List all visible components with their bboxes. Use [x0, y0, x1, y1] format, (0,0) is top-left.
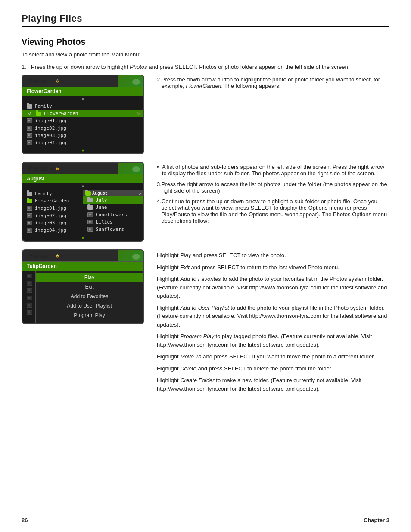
desc-create-folder: Highlight Create Folder to make a new fo…	[157, 376, 389, 393]
screen3-container: Photos ⣿ 🔒 ▮ TulipGarden	[22, 249, 146, 324]
screen2-folder-bar: August	[22, 174, 143, 183]
photo-icon	[26, 220, 33, 226]
screen2-scroll-up: ▲	[22, 183, 143, 188]
bullet-item: A list of photos and sub-folders appear …	[157, 164, 389, 177]
options-menu: Play Exit Add to Favorites Add to User P…	[35, 271, 143, 324]
step2-text: 2. Press the down arrow button to highli…	[157, 75, 389, 89]
step3: 3. Press the right arrow to access the l…	[157, 181, 389, 194]
file-item: Family	[22, 190, 83, 197]
file-name: Family	[35, 191, 52, 196]
desc-delete: Highlight Delete and press SELECT to del…	[157, 364, 389, 373]
step-text-4: Continue to press the up or down arrow t…	[162, 198, 389, 224]
photo-icon	[26, 140, 33, 146]
screen2-container: Photos ⣿ 🔒 ▮ August ▲	[22, 162, 146, 242]
photo-icon	[87, 212, 93, 218]
screen2-left-col: Family FlowerGarden image01.jpg image02.…	[22, 190, 83, 234]
screen1-file-list: Family ◁ FlowerGarden ▷ image01.jpg imag…	[22, 101, 143, 148]
screen1-row: Photos ⣿ 🔒 ▮ FlowerGarden ▲ Family	[22, 75, 389, 154]
screen2-header-left: Photos ⣿ 🔒 ▮	[22, 163, 118, 174]
photo-icon	[26, 205, 33, 211]
photo-icon	[26, 133, 33, 138]
photo-icon	[26, 295, 33, 301]
page-number: 26	[22, 517, 28, 523]
screen1-app-name: Photos	[28, 78, 47, 84]
desc-exit: Highlight Exit and press SELECT to retur…	[157, 263, 389, 272]
file-item: Sunflowers	[83, 226, 143, 233]
file-name: image04.jpg	[35, 227, 66, 233]
step-text-2: Press the down arrow button to highlight…	[162, 76, 389, 89]
file-item: image01.jpg	[22, 205, 83, 212]
screen3-thumbnail	[118, 250, 143, 261]
screen1-header-left: Photos ⣿ 🔒 ▮	[22, 75, 118, 87]
file-name: image01.jpg	[35, 205, 66, 211]
menu-item-exit[interactable]: Exit	[36, 282, 143, 292]
screen2-header: Photos ⣿ 🔒 ▮	[22, 163, 143, 174]
right-arrow: ▷	[137, 111, 140, 116]
file-item: image04.jpg	[22, 227, 83, 234]
file-name: image02.jpg	[35, 213, 66, 218]
steps-list: 1. Press the up or down arrow to highlig…	[22, 64, 389, 70]
menu-item-program-play[interactable]: Program Play	[36, 311, 143, 320]
step2-wrapper: 2. Press the down arrow button to highli…	[157, 76, 389, 89]
file-item: image01.jpg	[22, 117, 143, 124]
screen2-file-list: Family FlowerGarden image01.jpg image02.…	[22, 188, 143, 236]
bullet-list: A list of photos and sub-folders appear …	[157, 164, 389, 177]
screen1-icon-bars: ⣿	[52, 79, 54, 83]
device-screen-2: Photos ⣿ 🔒 ▮ August ▲	[22, 162, 144, 242]
screen1-icon-bat: ▮	[61, 79, 63, 83]
photo-icon	[26, 288, 33, 293]
file-item: image04.jpg	[22, 139, 143, 146]
screen3-folder-bar: TulipGarden	[22, 262, 143, 271]
menu-item-add-favorites[interactable]: Add to Favorites	[36, 292, 143, 301]
screen1-scroll-up: ▲	[22, 96, 143, 101]
chapter-label: Chapter 3	[364, 517, 389, 523]
right-header-icon	[85, 191, 91, 196]
screen3-app-name: Photos	[28, 252, 47, 259]
file-item: FlowerGarden	[22, 197, 83, 205]
step-num-4: 4.	[157, 198, 162, 205]
page-footer: 26 Chapter 3	[22, 514, 389, 523]
screen2-icon-bars: ⣿	[52, 167, 54, 170]
file-name: Sunflowers	[96, 227, 124, 232]
file-name: July	[96, 197, 107, 203]
desc-play: Highlight Play and press SELECT to view …	[157, 251, 389, 260]
step-text-3: Press the right arrow to access the list…	[162, 181, 389, 194]
right-header-arrow: ▷	[139, 191, 141, 196]
desc-add-favorites: Highlight Add to Favorites to add the ph…	[157, 275, 389, 300]
desc-move-to: Highlight Move To and press SELECT if yo…	[157, 352, 389, 361]
intro-text: To select and view a photo from the Main…	[22, 51, 389, 58]
folder-icon-active: ◁	[26, 111, 33, 116]
page-title: Playing Files	[22, 13, 389, 24]
screen3-body: Play Exit Add to Favorites Add to User P…	[22, 271, 143, 318]
screen3-row: Photos ⣿ 🔒 ▮ TulipGarden	[22, 249, 389, 396]
step-1: 1. Press the up or down arrow to highlig…	[22, 64, 389, 70]
file-item: image03.jpg	[22, 219, 83, 227]
folder-icon	[26, 191, 33, 196]
screen3-header-left: Photos ⣿ 🔒 ▮	[22, 250, 118, 261]
step-num-1: 1.	[22, 64, 31, 70]
desc-add-playlist: Highlight Add to User Playlist to add th…	[157, 304, 389, 329]
right-header-label: August	[92, 191, 108, 196]
screen3-header: Photos ⣿ 🔒 ▮	[22, 250, 143, 262]
step-num-3: 3.	[157, 181, 162, 187]
menu-item-move-to[interactable]: Move To	[36, 320, 143, 324]
file-name: image03.jpg	[35, 220, 66, 226]
page-header: Playing Files	[22, 13, 389, 27]
desc-program-play: Highlight Program Play to play tagged ph…	[157, 332, 389, 349]
section-title: Viewing Photos	[22, 37, 389, 47]
file-item: Family	[22, 103, 143, 110]
menu-item-add-playlist[interactable]: Add to User Playlist	[36, 301, 143, 311]
file-item: image03.jpg	[22, 132, 143, 139]
photo-icon	[87, 219, 93, 225]
folder-icon	[26, 103, 33, 109]
file-name: FlowerGarden	[35, 198, 69, 204]
photo-icon	[26, 273, 33, 279]
menu-item-play[interactable]: Play	[36, 273, 143, 282]
screen2-right-col: August ▷ July June Coneflowers	[83, 190, 143, 234]
folder-icon-sm-active	[35, 111, 42, 116]
file-item: image02.jpg	[22, 124, 143, 132]
file-item: image02.jpg	[22, 212, 83, 219]
step2: 2. Press the down arrow button to highli…	[157, 76, 389, 89]
screen1-icon-lock: 🔒	[56, 79, 59, 83]
folder-icon	[87, 197, 93, 203]
